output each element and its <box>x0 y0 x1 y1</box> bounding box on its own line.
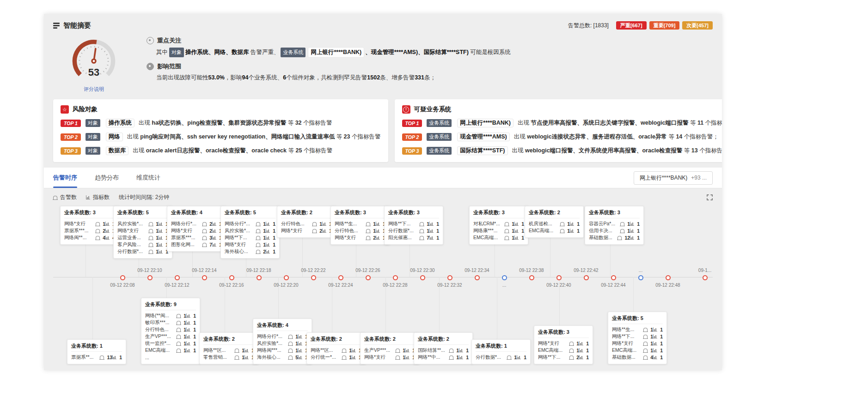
event-marker[interactable] <box>338 275 343 280</box>
impact-text: 当前出现故障可能性53.0%，影响94个业务系统、6个组件对象，共检测到罕见告警… <box>156 73 713 83</box>
entity-name: 现金管理****AMS) <box>457 133 509 141</box>
alert-description: 出现 oracle alert日志报警、oracle检查报警、oracle ch… <box>133 147 332 155</box>
system-alert-row: 图形化网...71 <box>171 241 222 248</box>
event-card[interactable]: 业务系统数: 1票据系**...131 <box>67 339 126 364</box>
system-alert-row: 网络**生...11 <box>335 220 385 227</box>
event-card-title: 业务系统数: 2 <box>203 336 254 345</box>
event-card-title: 业务系统数: 2 <box>364 336 415 345</box>
event-card-title: 业务系统数: 2 <box>311 336 361 345</box>
event-card[interactable]: 业务系统数: 2分行特色...11网络*支行21 <box>277 206 336 238</box>
event-card-title: 业务系统数: 3 <box>388 209 439 218</box>
event-marker[interactable] <box>311 275 316 280</box>
time-tick-label: 09-12 22:44 <box>601 283 625 288</box>
type-badge: 业务系统 <box>427 119 452 127</box>
event-card[interactable]: 业务系统数: 2网络**区...11零售营销...11 <box>199 332 258 364</box>
event-marker[interactable] <box>147 275 153 280</box>
event-marker[interactable] <box>175 275 180 280</box>
event-card-title: 业务系统数: 2 <box>529 209 580 218</box>
event-card-title: 业务系统数: 2 <box>418 336 469 345</box>
rank-badge: TOP 3 <box>402 147 422 155</box>
tab-0[interactable]: 告警时序 <box>53 168 77 188</box>
event-marker[interactable] <box>420 275 425 280</box>
time-tick-label: 09-12 22:30 <box>410 268 434 273</box>
event-card[interactable]: 业务系统数: 5网络分行*...11风控实验*...11网络**下...11网络… <box>220 206 280 259</box>
event-marker[interactable] <box>502 275 507 280</box>
system-alert-row: 网络(**闽...11 <box>145 312 196 319</box>
event-marker[interactable] <box>611 275 616 280</box>
system-alert-row: 网络**中...11 <box>418 354 469 361</box>
system-filter-dropdown[interactable]: 网上银行****BANK) +93 ... <box>634 171 713 185</box>
event-card[interactable]: 业务系统数: 5风控实验*...11网络*支行11运营业务...11客户风险..… <box>113 206 172 259</box>
event-card[interactable]: 业务系统数: 9网络(**闽...11敏印系***...11分行特色...11生… <box>141 298 200 364</box>
time-tick-label: ... <box>502 283 506 288</box>
top-risk-item: TOP 1对象操作系统出现 ha状态切换、ping检查报警、集群资源状态异常报警… <box>61 119 381 127</box>
event-marker[interactable] <box>584 275 589 280</box>
event-marker[interactable] <box>703 275 708 280</box>
event-card[interactable]: 业务系统数: 2国际结算**...11网络**中...11 <box>414 332 473 364</box>
time-tick-label: 09-12 22:20 <box>274 283 298 288</box>
rank-badge: TOP 3 <box>61 147 81 155</box>
event-marker[interactable] <box>202 275 207 280</box>
alert-totals: 告警总数: [1833] 严重[667]重要[709]次要[457] <box>568 22 713 30</box>
fullscreen-icon[interactable] <box>707 194 713 200</box>
event-card[interactable]: 业务系统数: 3网络*支行11EMC高端...11网络**下...21 <box>534 326 593 364</box>
event-card[interactable]: 业务系统数: 4网络分行*...21网络*支行21票据系***...31图形化网… <box>167 206 226 252</box>
alert-timeline-chart: 09-12 22:0809-12 22:1009-12 22:1209-12 2… <box>53 203 713 366</box>
top-risk-item: TOP 3业务系统国际结算****STF)出现 weblogic端口报警、文件系… <box>402 146 722 155</box>
time-tick-label: 09-1... <box>698 268 711 273</box>
type-badge: 业务系统 <box>427 133 452 141</box>
event-marker[interactable] <box>284 275 289 280</box>
event-marker[interactable] <box>120 275 125 280</box>
suspect-panel-title: 可疑业务系统 <box>414 105 452 114</box>
system-alert-row: EMC高端...11 <box>473 234 524 241</box>
time-tick-label: 09-12 22:18 <box>246 268 271 273</box>
event-card[interactable]: 业务系统数: 3网络**生...11分行特色...11网络*支行21 <box>330 206 390 245</box>
system-alert-row: EMC高端...11 <box>145 347 196 354</box>
entity-name: 网络 <box>106 133 123 141</box>
severity-badge[interactable]: 重要[709] <box>649 21 680 30</box>
system-alert-row: ... <box>145 354 196 361</box>
event-marker[interactable] <box>229 275 234 280</box>
severity-badge[interactable]: 严重[667] <box>616 21 647 30</box>
type-badge: 对象 <box>86 147 100 155</box>
event-marker[interactable] <box>257 275 262 280</box>
event-card[interactable]: 业务系统数: 3网络*支行11票据系***...21网络闽**...44 <box>60 206 119 245</box>
event-marker[interactable] <box>447 275 452 280</box>
system-alert-row: 票据系***...31 <box>171 234 222 241</box>
event-card[interactable]: 业务系统数: 4网络分行*...11风控实验*...11网络闽***...11海… <box>253 319 312 364</box>
event-card[interactable]: 业务系统数: 2机房巡检...11EMC高端...11 <box>525 206 584 238</box>
event-card-title: 业务系统数: 4 <box>171 209 222 218</box>
system-alert-row: 信用卡决...11 <box>589 227 640 234</box>
system-alert-row: 网络分行*...11 <box>225 220 275 227</box>
summary-text: 重点关注 其中对象操作系统、网络、数据库 告警严重、业务系统网上银行****BA… <box>147 35 713 93</box>
event-marker[interactable] <box>666 275 671 280</box>
tab-2[interactable]: 维度统计 <box>136 168 160 188</box>
tab-1[interactable]: 趋势分布 <box>95 168 119 188</box>
system-alert-row: 网络**区...11 <box>203 347 254 354</box>
event-marker[interactable] <box>366 275 371 280</box>
event-card[interactable]: 业务系统数: 2生产VP***...11网络*支行11 <box>360 332 419 364</box>
event-card[interactable]: 业务系统数: 3网络**下...11分行数据*...11阳光催惠...71 <box>384 206 443 245</box>
gauge-dial: 53 <box>59 35 128 83</box>
entity-name: 国际结算****STF) <box>457 146 507 155</box>
event-card[interactable]: 业务系统数: 1分行数据*...11 <box>471 339 531 364</box>
event-card[interactable]: 业务系统数: 2网络**区...11分行统一*...11 <box>306 332 366 364</box>
event-card-title: 业务系统数: 3 <box>538 329 589 338</box>
severity-badge[interactable]: 次要[457] <box>682 21 713 30</box>
event-marker[interactable] <box>393 275 398 280</box>
event-marker[interactable] <box>529 275 534 280</box>
page: 智能摘要 告警总数: [1833] 严重[667]重要[709]次要[457] … <box>0 0 868 410</box>
event-card[interactable]: 业务系统数: 3对私CRM*...11网络康***...11EMC高端...11 <box>469 206 528 245</box>
event-card[interactable]: 业务系统数: 3容器云Pa*...11信用卡决...11基础数据...121 <box>585 206 644 245</box>
tabs: 告警时序趋势分布维度统计 <box>53 168 178 188</box>
system-alert-row: 风控实验*...11 <box>257 340 308 347</box>
event-marker[interactable] <box>475 275 480 280</box>
event-card[interactable]: 业务系统数: 5网络**生...11网络**下...11网络*支行11EMC高端… <box>608 312 667 364</box>
system-alert-row: 零售营销...11 <box>203 354 254 361</box>
event-card-title: 业务系统数: 1 <box>476 343 526 352</box>
alert-total-label: 告警总数: [1833] <box>568 22 609 30</box>
system-alert-row: 风控实验*...11 <box>117 220 168 227</box>
event-marker[interactable] <box>638 275 643 280</box>
score-explain-link[interactable]: 评分说明 <box>84 86 104 93</box>
event-marker[interactable] <box>556 275 562 280</box>
